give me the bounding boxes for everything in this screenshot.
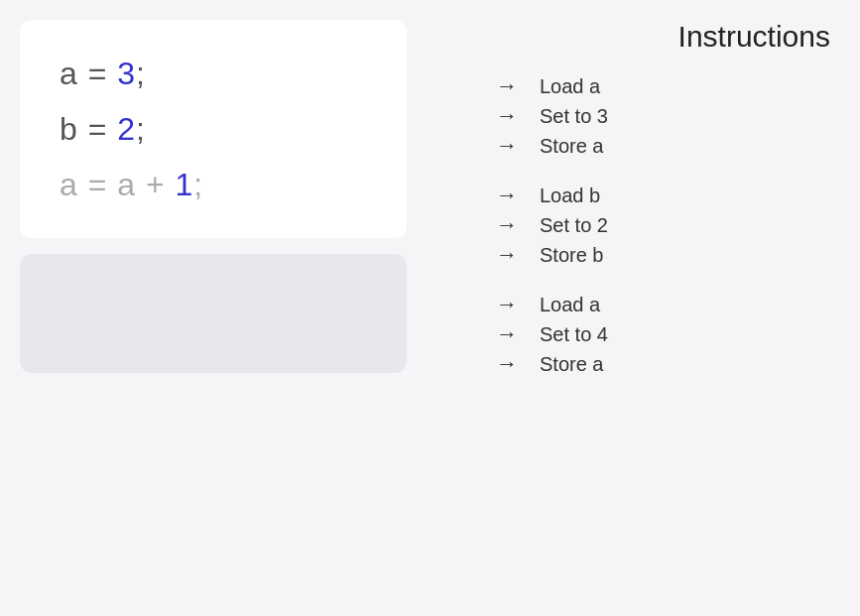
arrow-icon: →	[496, 292, 524, 317]
code-semicolon-dim: ;	[193, 167, 203, 202]
right-panel: Instructions → Load a → Set to 3 → Store…	[427, 0, 860, 616]
instruction-label: Load b	[540, 185, 600, 207]
code-semicolon: ;	[136, 56, 146, 91]
code-text-dim: a = a +	[60, 167, 176, 202]
instructions-title: Instructions	[456, 20, 830, 54]
code-line-3: a = a + 1;	[60, 161, 367, 208]
instruction-group-3: → Load a → Set to 4 → Store a	[456, 292, 830, 377]
instruction-label: Load a	[540, 294, 600, 316]
code-number-2: 2	[117, 111, 136, 147]
instruction-item-load-b: → Load b	[456, 183, 830, 208]
empty-block	[20, 254, 407, 373]
code-block: a = 3; b = 2; a = a + 1;	[20, 20, 407, 238]
instruction-label: Set to 3	[540, 105, 608, 128]
arrow-icon: →	[496, 242, 524, 268]
arrow-icon: →	[496, 103, 524, 129]
instruction-label: Set to 4	[540, 323, 608, 346]
instruction-label: Store a	[540, 353, 603, 376]
instruction-item-set-4: → Set to 4	[456, 321, 830, 347]
code-semicolon: ;	[136, 111, 146, 147]
instruction-label: Set to 2	[540, 214, 608, 237]
arrow-icon: →	[496, 212, 524, 238]
left-panel: a = 3; b = 2; a = a + 1;	[0, 0, 427, 616]
instruction-item-store-a-1: → Store a	[456, 133, 830, 159]
instruction-group-2: → Load b → Set to 2 → Store b	[456, 183, 830, 268]
instruction-label: Store b	[540, 244, 603, 267]
instruction-group-1: → Load a → Set to 3 → Store a	[456, 73, 830, 159]
instruction-label: Store a	[540, 135, 603, 158]
arrow-icon: →	[496, 321, 524, 347]
arrow-icon: →	[496, 133, 524, 159]
instruction-item-store-a-2: → Store a	[456, 351, 830, 377]
instruction-label: Load a	[540, 75, 600, 98]
code-text: a =	[60, 56, 117, 91]
code-line-1: a = 3;	[60, 50, 367, 97]
code-number-1: 1	[176, 167, 194, 202]
instruction-item-load-a-2: → Load a	[456, 292, 830, 317]
arrow-icon: →	[496, 183, 524, 208]
instruction-item-store-b: → Store b	[456, 242, 830, 268]
arrow-icon: →	[496, 73, 524, 99]
code-number-3: 3	[117, 56, 136, 91]
arrow-icon: →	[496, 351, 524, 377]
code-text: b =	[60, 111, 117, 147]
instruction-item-set-3: → Set to 3	[456, 103, 830, 129]
code-line-2: b = 2;	[60, 105, 367, 153]
instruction-item-set-2: → Set to 2	[456, 212, 830, 238]
instruction-item-load-a-1: → Load a	[456, 73, 830, 99]
